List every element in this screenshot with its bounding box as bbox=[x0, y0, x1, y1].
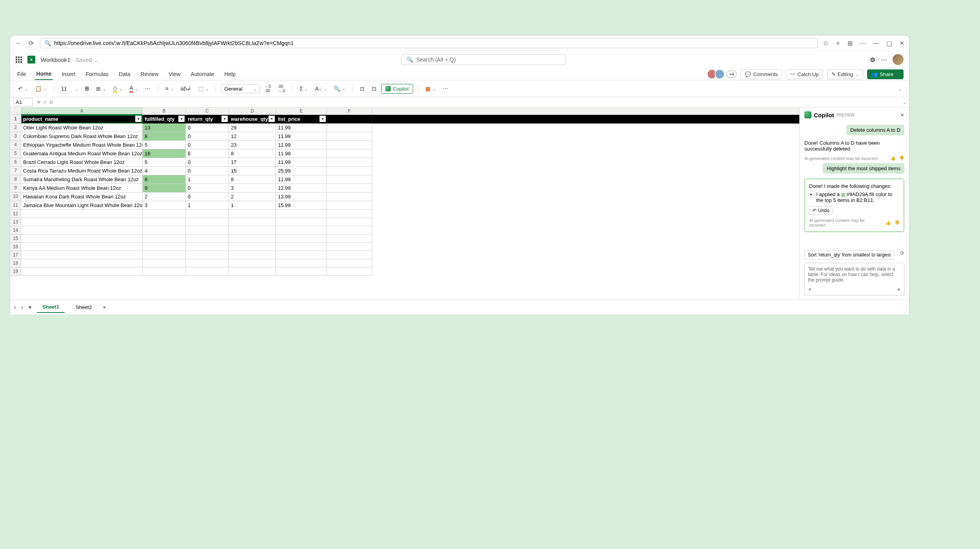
cell[interactable]: 8 bbox=[143, 132, 186, 141]
row-header[interactable]: 17 bbox=[10, 251, 21, 259]
table-header-cell[interactable]: fullfilled_qty▾ bbox=[143, 115, 186, 124]
row-header[interactable]: 7 bbox=[10, 167, 21, 175]
cell[interactable]: 1 bbox=[186, 201, 229, 210]
cell[interactable]: 29 bbox=[229, 124, 276, 132]
cell[interactable]: 0 bbox=[186, 132, 229, 141]
col-header-f[interactable]: F bbox=[327, 107, 372, 115]
row-header[interactable]: 3 bbox=[10, 132, 21, 141]
row-header[interactable]: 14 bbox=[10, 226, 21, 235]
cell[interactable]: 0 bbox=[186, 193, 229, 201]
table-header-cell[interactable]: warehouse_qty▾ bbox=[229, 115, 276, 124]
user-avatar[interactable] bbox=[893, 54, 904, 65]
paste-button[interactable]: 📋 bbox=[33, 84, 49, 93]
cell[interactable] bbox=[327, 141, 372, 149]
cell[interactable] bbox=[327, 132, 372, 141]
ribbon-collapse-icon[interactable] bbox=[895, 85, 904, 93]
cell[interactable]: 0 bbox=[186, 124, 229, 132]
row-header[interactable]: 8 bbox=[10, 175, 21, 184]
fx-icon[interactable]: fx bbox=[49, 99, 53, 105]
cancel-fx-icon[interactable]: ✕ bbox=[36, 99, 40, 105]
row-header[interactable]: 9 bbox=[10, 184, 21, 193]
cell[interactable]: 11.99 bbox=[276, 175, 327, 184]
app-launcher-icon[interactable] bbox=[16, 56, 22, 63]
col-header-e[interactable]: E bbox=[276, 107, 327, 115]
decrease-decimal-button[interactable]: ←0.00 bbox=[262, 83, 273, 95]
extensions-icon[interactable]: ⊞ bbox=[848, 40, 853, 47]
copilot-close-icon[interactable]: ✕ bbox=[900, 112, 904, 118]
row-header[interactable]: 16 bbox=[10, 243, 21, 251]
row-header[interactable]: 5 bbox=[10, 149, 21, 158]
cell[interactable]: Sumatra Mandheling Dark Roast Whole Bean… bbox=[21, 175, 143, 184]
cell[interactable]: 8 bbox=[143, 175, 186, 184]
sheet-tab-1[interactable]: Sheet1 bbox=[37, 302, 65, 313]
row-header[interactable]: 15 bbox=[10, 235, 21, 243]
cell[interactable] bbox=[327, 193, 372, 201]
more-icon[interactable]: ⋯ bbox=[860, 40, 866, 47]
refresh-icon[interactable]: ⟳ bbox=[27, 40, 34, 47]
cell[interactable] bbox=[327, 158, 372, 167]
thumbs-up-icon[interactable]: 👍 bbox=[886, 220, 891, 225]
col-header-d[interactable]: D bbox=[229, 107, 276, 115]
cell[interactable]: 25.99 bbox=[276, 167, 327, 175]
copilot-undo-button[interactable]: ↶ Undo bbox=[809, 206, 833, 215]
cell[interactable]: 5 bbox=[143, 158, 186, 167]
row-header[interactable]: 1 bbox=[10, 115, 21, 124]
cell[interactable]: Otter Light Roast Whole Bean 12oz bbox=[21, 124, 143, 132]
cell[interactable]: 4 bbox=[143, 167, 186, 175]
cell[interactable]: 2 bbox=[229, 193, 276, 201]
cell[interactable]: 5 bbox=[143, 141, 186, 149]
row-header[interactable]: 6 bbox=[10, 158, 21, 167]
align-button[interactable]: ≡ bbox=[163, 84, 176, 93]
sparkle-icon[interactable]: ✦ bbox=[808, 287, 812, 292]
cell[interactable]: Brazil Cerrado Light Roast Whole Bean 12… bbox=[21, 158, 143, 167]
cell[interactable]: Hawaiian Kona Dark Roast Whole Bean 12oz bbox=[21, 193, 143, 201]
cell[interactable] bbox=[327, 167, 372, 175]
cell[interactable]: 16 bbox=[143, 149, 186, 158]
table-header-cell[interactable]: product_name▾ bbox=[21, 115, 143, 124]
cell[interactable]: Ethiopian Yirgacheffe Medium Roast Whole… bbox=[21, 141, 143, 149]
tab-data[interactable]: Data bbox=[117, 69, 132, 80]
minimize-icon[interactable]: — bbox=[873, 40, 879, 47]
cell[interactable]: 17 bbox=[229, 158, 276, 167]
close-icon[interactable]: ✕ bbox=[899, 40, 904, 47]
cell[interactable]: 11.99 bbox=[276, 124, 327, 132]
maximize-icon[interactable]: ▢ bbox=[886, 40, 892, 47]
all-sheets-icon[interactable]: ≡ bbox=[29, 304, 32, 310]
cell[interactable]: 0 bbox=[186, 141, 229, 149]
find-button[interactable]: 🔍 bbox=[331, 84, 348, 93]
cell[interactable] bbox=[327, 201, 372, 210]
expand-formula-icon[interactable] bbox=[902, 99, 906, 105]
thumbs-down-icon[interactable]: 👎 bbox=[894, 220, 900, 225]
next-sheet-icon[interactable]: › bbox=[21, 304, 23, 310]
tab-home[interactable]: Home bbox=[35, 68, 53, 80]
name-box[interactable] bbox=[13, 98, 33, 106]
tab-view[interactable]: View bbox=[167, 69, 182, 80]
cell[interactable]: 1 bbox=[186, 175, 229, 184]
doc-title[interactable]: Workbook1 · Saved bbox=[41, 56, 98, 63]
address-bar[interactable]: 🔍 bbox=[40, 38, 818, 48]
cell[interactable]: 13 bbox=[143, 124, 186, 132]
catchup-button[interactable]: 〰 Catch Up bbox=[786, 69, 823, 79]
row-header[interactable]: 18 bbox=[10, 259, 21, 267]
cell[interactable]: 11.99 bbox=[276, 158, 327, 167]
filter-icon[interactable]: ▾ bbox=[221, 116, 228, 122]
copilot-suggestion-button[interactable]: Sort 'return_qty' from smallest to large… bbox=[804, 250, 894, 260]
row-header[interactable]: 11 bbox=[10, 201, 21, 210]
cell[interactable]: 15 bbox=[229, 167, 276, 175]
cell[interactable]: Jamaica Blue Mountain Light Roast Whole … bbox=[21, 201, 143, 210]
select-all-corner[interactable] bbox=[10, 107, 21, 115]
thumbs-down-icon[interactable]: 👎 bbox=[899, 156, 904, 161]
cell[interactable]: 8 bbox=[229, 175, 276, 184]
row-header[interactable]: 2 bbox=[10, 124, 21, 132]
row-header[interactable]: 19 bbox=[10, 267, 21, 276]
add-sheet-icon[interactable]: + bbox=[103, 304, 106, 310]
bold-button[interactable]: B bbox=[83, 84, 91, 93]
share-button[interactable]: 👥 Share bbox=[867, 69, 904, 79]
cell[interactable] bbox=[327, 149, 372, 158]
merge-button[interactable]: ⬚ bbox=[196, 84, 211, 93]
format-table-button[interactable]: ▦ bbox=[423, 84, 438, 93]
copilot-input[interactable]: Tell me what you want to do with data in… bbox=[804, 263, 904, 296]
prev-sheet-icon[interactable]: ‹ bbox=[14, 304, 16, 310]
sheet-tab-2[interactable]: Sheet2 bbox=[70, 302, 97, 313]
analyze-data-button[interactable]: ⊡ bbox=[369, 84, 379, 93]
